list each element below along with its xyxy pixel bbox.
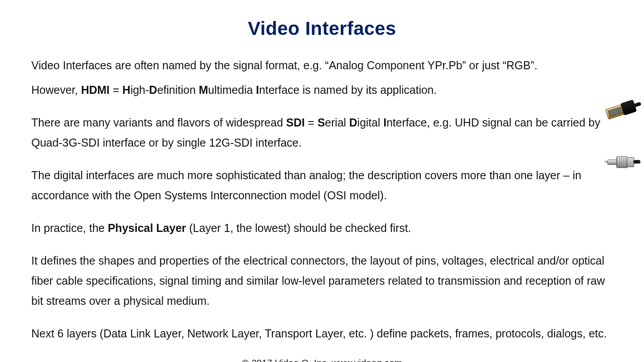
paragraph-6: It defines the shapes and properties of …: [31, 251, 613, 311]
text: igh-: [131, 84, 149, 96]
paragraph-5: In practice, the Physical Layer (Layer 1…: [31, 218, 613, 238]
text: There are many variants and flavors of w…: [31, 116, 286, 129]
text: (Layer 1, the lowest) should be checked …: [186, 222, 411, 234]
bold-text: H: [123, 84, 131, 96]
slide-title: Video Interfaces: [0, 13, 644, 43]
bold-text: Physical Layer: [108, 222, 186, 234]
paragraph-1: Video Interfaces are often named by the …: [31, 55, 613, 76]
bold-text: HDMI: [81, 84, 110, 96]
text: =: [305, 116, 318, 129]
text: In practice, the: [31, 222, 108, 234]
text: nterface is named by its application.: [259, 84, 436, 96]
bold-text: M: [199, 84, 208, 96]
text: =: [110, 84, 123, 96]
text: ultimedia: [208, 84, 256, 96]
text: igital: [357, 116, 383, 129]
text: efinition: [157, 84, 199, 96]
bold-text: D: [149, 84, 157, 96]
text: However,: [31, 84, 81, 96]
paragraph-7: Next 6 layers (Data Link Layer, Network …: [31, 324, 613, 344]
slide: Video Interfaces Video Interfaces are of…: [0, 13, 644, 362]
slide-body: Video Interfaces are often named by the …: [0, 55, 644, 344]
footer-copyright: © 2017 Video.Q, Inc. www.videoq.com: [0, 358, 644, 362]
bold-text: D: [349, 116, 357, 129]
bold-text: SDI: [286, 116, 305, 129]
paragraph-3: There are many variants and flavors of w…: [31, 113, 613, 153]
paragraph-2: However, HDMI = High-Definition Multimed…: [31, 80, 613, 100]
bold-text: S: [318, 116, 325, 129]
paragraph-4: The digital interfaces are much more sop…: [31, 165, 613, 206]
bnc-connector-icon: [607, 152, 639, 172]
text: erial: [325, 116, 349, 129]
